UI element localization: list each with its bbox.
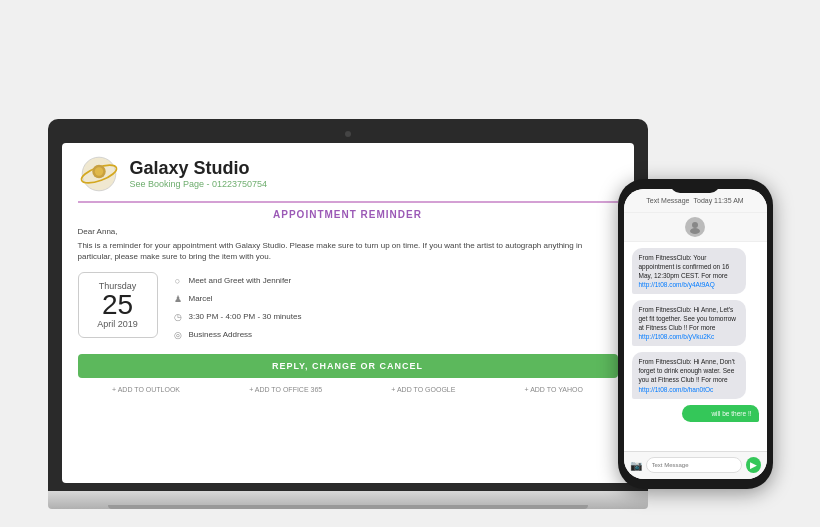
link-1[interactable]: http://1t08.com/b/y4At9AQ — [639, 281, 715, 288]
calendar-links: + ADD TO OUTLOOK + ADD TO OFFICE 365 + A… — [78, 386, 618, 393]
month-year: April 2019 — [93, 319, 143, 329]
laptop-camera — [345, 131, 351, 137]
sms-bubble-1: From FitnessClub: Your appointment is co… — [632, 248, 746, 294]
contact-avatar — [685, 217, 705, 237]
date-box: Thursday 25 April 2019 — [78, 272, 158, 338]
reply-button[interactable]: REPLY, CHANGE OR CANCEL — [78, 354, 618, 378]
svg-point-4 — [692, 222, 698, 228]
sms-header — [624, 213, 767, 242]
phone-outer: Text Message Today 11:35 AM From Fitness… — [618, 179, 773, 489]
detail-list: ○ Meet and Greet with Jennifer ♟ Marcel … — [172, 272, 618, 344]
phone-screen: Text Message Today 11:35 AM From Fitness… — [624, 189, 767, 479]
booking-link[interactable]: See Booking Page - 01223750754 — [130, 179, 268, 189]
laptop-screen: Galaxy Studio See Booking Page - 0122375… — [62, 143, 634, 483]
sms-body: From FitnessClub: Your appointment is co… — [624, 242, 767, 452]
location-icon: ◎ — [172, 326, 184, 344]
person-icon: ♟ — [172, 290, 184, 308]
location-text: Business Address — [189, 327, 253, 343]
svg-point-3 — [94, 167, 102, 175]
scene: Galaxy Studio See Booking Page - 0122375… — [20, 19, 800, 509]
add-outlook[interactable]: + ADD TO OUTLOOK — [112, 386, 180, 393]
add-office365[interactable]: + ADD TO OFFICE 365 — [249, 386, 322, 393]
send-button[interactable]: ▶ — [746, 457, 761, 473]
sms-input[interactable] — [646, 457, 742, 473]
link-2[interactable]: http://1t08.com/b/yVku2Kc — [639, 333, 715, 340]
phone-notch — [670, 179, 720, 193]
link-3[interactable]: http://1t08.com/b/han0tOc — [639, 386, 714, 393]
detail-item-time: ◷ 3:30 PM - 4:00 PM - 30 minutes — [172, 308, 618, 326]
add-yahoo[interactable]: + ADD TO YAHOO — [524, 386, 582, 393]
detail-item-location: ◎ Business Address — [172, 326, 618, 344]
email-body: Dear Anna, This is a reminder for your a… — [78, 226, 618, 263]
time-text: 3:30 PM - 4:00 PM - 30 minutes — [189, 309, 302, 325]
laptop: Galaxy Studio See Booking Page - 0122375… — [48, 119, 648, 509]
email-header: Galaxy Studio See Booking Page - 0122375… — [78, 153, 618, 203]
sms-bubble-2: From FitnessClub: Hi Anne, Let's get fit… — [632, 300, 746, 346]
phone-input-bar: 📷 ▶ — [624, 451, 767, 479]
sms-bubble-3: From FitnessClub: Hi Anne, Don't forget … — [632, 352, 746, 398]
logo-text: Galaxy Studio See Booking Page - 0122375… — [130, 158, 268, 189]
status-time: Today 11:35 AM — [693, 197, 743, 204]
status-text: Text Message — [646, 197, 689, 204]
phone: Text Message Today 11:35 AM From Fitness… — [618, 179, 773, 489]
person-name: Marcel — [189, 291, 213, 307]
event-name: Meet and Greet with Jennifer — [189, 273, 292, 289]
laptop-base — [48, 491, 648, 509]
greeting: Dear Anna, — [78, 226, 618, 237]
camera-icon[interactable]: 📷 — [630, 460, 642, 471]
email-details: Thursday 25 April 2019 ○ Meet and Greet … — [78, 272, 618, 344]
galaxy-studio-logo — [78, 153, 120, 195]
email-content: Galaxy Studio See Booking Page - 0122375… — [62, 143, 634, 483]
studio-name: Galaxy Studio — [130, 158, 268, 179]
event-icon: ○ — [172, 272, 184, 290]
appointment-title: APPOINTMENT REMINDER — [78, 209, 618, 220]
svg-point-5 — [690, 228, 700, 234]
clock-icon: ◷ — [172, 308, 184, 326]
laptop-body: Galaxy Studio See Booking Page - 0122375… — [48, 119, 648, 491]
day-num: 25 — [93, 291, 143, 319]
detail-item-event: ○ Meet and Greet with Jennifer — [172, 272, 618, 290]
sms-bubble-sent: will be there !! — [682, 405, 758, 422]
add-google[interactable]: + ADD TO GOOGLE — [391, 386, 455, 393]
detail-item-person: ♟ Marcel — [172, 290, 618, 308]
body-text: This is a reminder for your appointment … — [78, 240, 618, 262]
